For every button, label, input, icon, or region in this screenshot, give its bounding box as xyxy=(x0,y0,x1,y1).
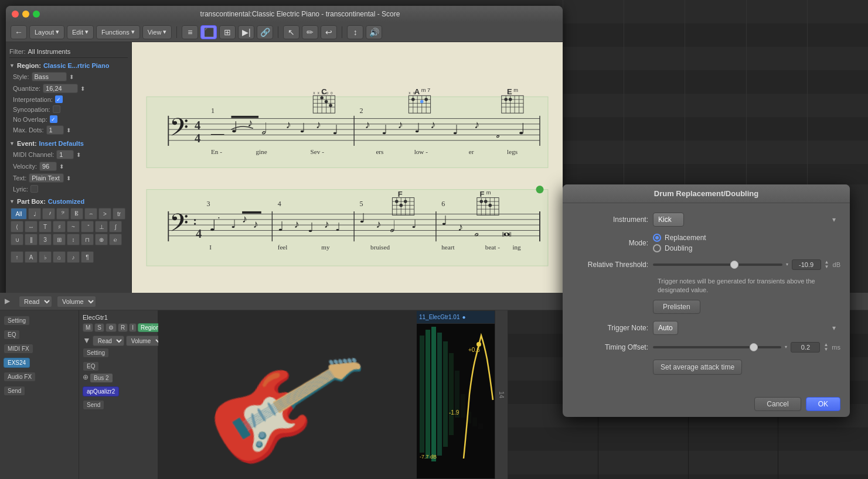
threshold-value[interactable]: -10.9 xyxy=(792,259,821,270)
close-button[interactable] xyxy=(12,11,19,18)
minimize-button[interactable] xyxy=(22,11,29,18)
trigger-note-select[interactable]: Auto xyxy=(653,321,678,335)
velocity-value[interactable]: 96 xyxy=(39,162,57,171)
partbox-par[interactable]: ¶ xyxy=(81,251,94,263)
speaker-btn[interactable]: 🔊 xyxy=(366,25,382,39)
undo-btn[interactable]: ↩ xyxy=(321,25,337,39)
ap-btn[interactable]: apQualizr2 xyxy=(83,386,119,396)
send-btn-left[interactable]: Send xyxy=(4,386,25,396)
read-select[interactable]: Read xyxy=(19,296,52,307)
layout-btn[interactable]: Layout ▾ xyxy=(29,25,64,39)
style-value[interactable]: Bass xyxy=(32,72,67,81)
partbox-slur[interactable]: ⌢ xyxy=(84,208,97,220)
volume-select[interactable]: Volume xyxy=(57,296,96,307)
threshold-dn-spin[interactable]: ▼ xyxy=(825,265,829,269)
instrument-select[interactable]: Kick Snare Hi-Hat xyxy=(653,213,684,227)
toolbar-separator-1 xyxy=(176,26,177,38)
threshold-down-arrow[interactable]: ▾ xyxy=(786,262,788,267)
quantize-value[interactable]: 16,24 xyxy=(43,84,78,93)
edit-btn[interactable]: Edit ▾ xyxy=(67,25,94,39)
partbox-beam[interactable]: ⊓ xyxy=(81,234,94,245)
partbox-tuplet[interactable]: 3 xyxy=(39,234,52,245)
partbox-lyric2[interactable]: ℮ xyxy=(109,234,122,245)
partbox-all[interactable]: All xyxy=(11,208,27,220)
midi-out-btn[interactable]: ▶| xyxy=(238,25,254,39)
setting-btn-right[interactable]: Setting xyxy=(83,348,109,358)
prelisten-btn[interactable]: Prelisten xyxy=(653,300,700,314)
svg-text:♩: ♩ xyxy=(441,213,447,228)
maximize-button[interactable] xyxy=(33,11,40,18)
replacement-radio[interactable] xyxy=(653,234,661,242)
partbox-stem2[interactable]: ↑ xyxy=(11,251,23,263)
doubling-radio[interactable] xyxy=(653,244,661,252)
audio-fx-btn[interactable]: Audio FX xyxy=(4,372,36,382)
staff-view-btn[interactable]: ⬛ xyxy=(200,25,217,39)
partbox-accent[interactable]: > xyxy=(98,208,111,220)
r-label-btn[interactable]: R xyxy=(118,323,128,332)
eq-btn-right[interactable]: EQ xyxy=(83,361,99,371)
interpretation-checkbox[interactable]: ✓ xyxy=(55,95,63,103)
partbox-slur2[interactable]: ∪ xyxy=(11,234,23,245)
up-down-btn[interactable]: ↕ xyxy=(347,25,363,39)
partbox-text[interactable]: T xyxy=(39,221,52,232)
partbox-note2[interactable]: 𝄽 xyxy=(42,208,55,220)
threshold-slider-thumb[interactable] xyxy=(730,261,738,269)
partbox-bass-clef[interactable]: 𝄢 xyxy=(56,208,69,220)
partbox-stem[interactable]: ↕ xyxy=(67,234,80,245)
partbox-note1[interactable]: ♩ xyxy=(28,208,41,220)
back-btn[interactable]: ← xyxy=(11,25,27,39)
midi-channel-value[interactable]: 1 xyxy=(56,150,74,159)
part-box-header[interactable]: ▼ Part Box: Customized xyxy=(9,196,128,207)
partbox-mordent[interactable]: ~ xyxy=(67,221,80,232)
max-dots-value[interactable]: 1 xyxy=(46,125,64,135)
partbox-sharp2[interactable]: A xyxy=(25,251,38,263)
view-btn[interactable]: View ▾ xyxy=(142,25,172,39)
exs-btn[interactable]: EXS24 xyxy=(4,358,30,368)
partbox-grace[interactable]: ♪ xyxy=(67,251,80,263)
pencil-btn[interactable]: ✏ xyxy=(302,25,318,39)
pointer-btn[interactable]: ↖ xyxy=(283,25,299,39)
partbox-trill[interactable]: tr xyxy=(113,208,125,220)
i-btn[interactable]: I xyxy=(129,323,137,332)
timing-slider-thumb[interactable] xyxy=(750,343,758,351)
midi-icon-btn[interactable]: ≡ xyxy=(182,25,198,39)
functions-btn[interactable]: Functions ▾ xyxy=(96,25,140,39)
play-button[interactable]: ▶ xyxy=(5,297,14,306)
text-value[interactable]: Plain Text xyxy=(29,173,64,183)
timing-dn-spin[interactable]: ▼ xyxy=(823,347,828,352)
syncopation-checkbox[interactable] xyxy=(53,105,60,113)
read-sub-select[interactable]: Read xyxy=(93,336,124,346)
partbox-layout[interactable]: ⊞ xyxy=(53,234,66,245)
lyric-checkbox[interactable] xyxy=(30,185,38,193)
partbox-chord[interactable]: ⊕ xyxy=(95,234,108,245)
chord-grid-btn[interactable]: ⊞ xyxy=(219,25,236,39)
m-btn[interactable]: M xyxy=(83,323,93,332)
bus-btn[interactable]: Bus 2 xyxy=(90,373,113,383)
partbox-misc[interactable]: ⊥ xyxy=(95,221,108,232)
partbox-cresc[interactable]: ⟨ xyxy=(11,221,23,232)
cancel-btn[interactable]: Cancel xyxy=(754,397,801,411)
send-btn-right[interactable]: Send xyxy=(83,400,104,410)
link-btn[interactable]: 🔗 xyxy=(257,25,273,39)
ok-btn[interactable]: OK xyxy=(806,397,840,411)
partbox-sharp[interactable]: ♯ xyxy=(53,221,66,232)
midi-fx-btn[interactable]: MIDI FX xyxy=(4,344,33,354)
partbox-arrow[interactable]: ↔ xyxy=(25,221,38,232)
track-expand-arrow[interactable]: ▼ xyxy=(83,336,91,346)
event-section-header[interactable]: ▼ Event: Insert Defaults xyxy=(9,138,128,149)
timing-value[interactable]: 0.2 xyxy=(791,342,820,353)
partbox-treble-clef[interactable]: 𝄡 xyxy=(70,208,83,220)
timing-down-arrow[interactable]: ▾ xyxy=(785,345,787,350)
r-btn[interactable]: ⚙ xyxy=(105,323,117,332)
eq-btn-left[interactable]: EQ xyxy=(4,330,20,340)
setting-btn-left[interactable]: Setting xyxy=(4,316,30,326)
partbox-repeat[interactable]: ‖ xyxy=(25,234,38,245)
partbox-key[interactable]: ⌂ xyxy=(53,251,66,263)
attack-time-btn[interactable]: Set average attack time xyxy=(653,360,742,375)
partbox-dynamics[interactable]: ∫ xyxy=(109,221,122,232)
s-btn[interactable]: S xyxy=(94,323,104,332)
partbox-ped[interactable]: 𝄻 xyxy=(81,221,94,232)
region-section-header[interactable]: ▼ Region: Classic E...rtric Piano xyxy=(9,60,128,71)
no-overlap-checkbox[interactable]: ✓ xyxy=(50,115,57,123)
partbox-flat[interactable]: ♭ xyxy=(39,251,52,263)
